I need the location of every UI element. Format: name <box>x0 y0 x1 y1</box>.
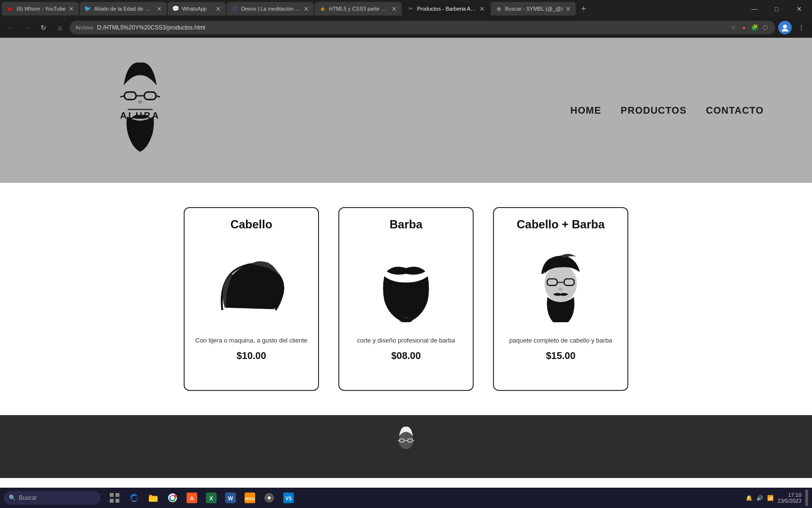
product-card-cabello: Cabello Con tijera o maquina, a gusto de… <box>184 207 319 391</box>
taskbar-show-desktop[interactable] <box>805 490 808 506</box>
profile-button[interactable] <box>778 21 792 34</box>
buscar-tab-close[interactable]: ✕ <box>566 5 571 13</box>
productos-tab-close[interactable]: ✕ <box>479 5 485 13</box>
tab-html5[interactable]: ◈ HTML5 y CSS3 parte 2: P... ✕ <box>315 2 402 15</box>
devox-tab-title: Devox | La meditacion es... <box>241 6 301 12</box>
whatsapp-tab-close[interactable]: ✕ <box>216 5 221 13</box>
chrome-icon[interactable] <box>164 490 181 506</box>
svg-rect-23 <box>110 493 114 497</box>
taskbar-right: 🔔 🔊 📶 17:10 23/5/2023 <box>746 490 808 506</box>
taskbar-time: 17:10 <box>778 492 801 498</box>
hair-beard-icon <box>522 245 599 322</box>
tab-whatsapp[interactable]: 💬 WhatsApp ✕ <box>168 2 226 15</box>
nav-home[interactable]: HOME <box>570 105 601 116</box>
reload-button[interactable]: ↻ <box>37 21 50 34</box>
bookmark-icon[interactable]: ☆ <box>729 23 738 32</box>
whatsapp-tab-title: WhatsApp <box>182 6 213 12</box>
nav-menu: HOME PRODUCTOS CONTACTO <box>570 105 764 116</box>
youtube-tab-close[interactable]: ✕ <box>69 5 74 13</box>
home-button[interactable]: ⌂ <box>53 21 67 34</box>
product-image-cabello <box>208 240 295 327</box>
buscar-favicon: ◉ <box>495 5 502 12</box>
alura-taskbar-icon[interactable]: A <box>184 490 200 506</box>
svg-point-12 <box>544 265 577 302</box>
site-footer <box>0 415 812 478</box>
hair-icon <box>213 245 290 322</box>
cast-icon[interactable]: ⬡ <box>761 23 769 32</box>
extensions-icon[interactable]: 🧩 <box>750 23 759 32</box>
product-image-both <box>517 240 604 327</box>
address-bar[interactable]: Archivo D:/HTML5%20Y%20CSS3/productos.ht… <box>70 21 775 34</box>
svg-text:HOU: HOU <box>245 496 255 501</box>
devox-tab-close[interactable]: ✕ <box>304 5 309 13</box>
window-controls: — □ ✕ <box>743 0 810 17</box>
new-tab-button[interactable]: + <box>577 2 590 15</box>
forward-button[interactable]: → <box>20 21 34 34</box>
products-section: Cabello Con tijera o maquina, a gusto de… <box>0 183 812 415</box>
taskbar-clock[interactable]: 17:10 23/5/2023 <box>778 492 801 504</box>
taskbar-icons: A X W HOU <box>106 490 297 506</box>
productos-favicon: ✂ <box>407 5 414 12</box>
twitter-tab-close[interactable]: ✕ <box>157 5 162 13</box>
tab-bar: ▶ (6) Whore - YouTube ✕ 🐦 Aliado de la E… <box>0 0 812 17</box>
tab-productos[interactable]: ✂ Productos - Barberia Alur... ✕ <box>403 2 490 15</box>
tab-buscar[interactable]: ◉ Buscar - SYMBL (@_@) ✕ <box>491 2 576 15</box>
product-title-barba: Barba <box>390 218 422 231</box>
houdini-icon[interactable]: HOU <box>242 490 258 506</box>
back-button[interactable]: ← <box>4 21 17 34</box>
product-price-both: $15.00 <box>546 350 575 361</box>
logo-svg: ALURA ESTO 2020 <box>97 52 184 168</box>
svg-rect-26 <box>116 499 119 503</box>
taskbar-date: 23/5/2023 <box>778 498 801 504</box>
svg-point-7 <box>138 100 143 104</box>
product-card-barba: Barba corte y diseño profesional de barb… <box>338 207 474 391</box>
browser-window: ▶ (6) Whore - YouTube ✕ 🐦 Aliado de la E… <box>0 0 812 38</box>
logo-area: ALURA ESTO 2020 <box>97 52 184 168</box>
tab-devox[interactable]: ⬡ Devox | La meditacion es... ✕ <box>227 2 314 15</box>
address-text: D:/HTML5%20Y%20CSS3/productos.html <box>97 24 725 31</box>
svg-text:A: A <box>190 495 194 501</box>
nav-productos[interactable]: PRODUCTOS <box>621 105 686 116</box>
html5-tab-title: HTML5 y CSS3 parte 2: P... <box>329 6 389 12</box>
svg-point-0 <box>783 25 787 29</box>
product-price-barba: $08.00 <box>391 350 420 361</box>
taskbar-search-label: Buscar <box>19 494 37 501</box>
tab-youtube[interactable]: ▶ (6) Whore - YouTube ✕ <box>2 2 79 15</box>
excel-icon[interactable]: X <box>203 490 219 506</box>
product-card-both: Cabello + Barba <box>493 207 628 391</box>
word-icon[interactable]: W <box>222 490 239 506</box>
svg-rect-24 <box>116 493 119 497</box>
windows-taskbar: 🔍 Buscar <box>0 488 812 508</box>
vscode-icon[interactable]: VS <box>280 490 297 506</box>
minimize-button[interactable]: — <box>743 0 766 17</box>
task-manager-icon[interactable] <box>106 490 123 506</box>
svg-point-39 <box>268 496 271 499</box>
product-title-both: Cabello + Barba <box>517 218 605 231</box>
product-image-barba <box>362 240 450 327</box>
beard-icon <box>367 245 445 322</box>
tab-twitter[interactable]: 🐦 Aliado de la Edad de Hier... ✕ <box>80 2 167 15</box>
edge-icon[interactable] <box>126 490 142 506</box>
menu-button[interactable]: ⋮ <box>795 21 808 34</box>
close-button[interactable]: ✕ <box>788 0 810 17</box>
nav-contacto[interactable]: CONTACTO <box>706 105 764 116</box>
address-prefix: Archivo <box>75 25 93 30</box>
website-content: ALURA ESTO 2020 HOME PRODUCTOS CONTACTO … <box>0 38 812 508</box>
browser-taskbar-icon[interactable] <box>261 490 277 506</box>
svg-text:W: W <box>228 495 233 501</box>
html5-tab-close[interactable]: ✕ <box>392 5 397 13</box>
taskbar-search[interactable]: 🔍 Buscar <box>4 491 101 505</box>
devox-favicon: ⬡ <box>232 5 238 12</box>
product-desc-barba: corte y diseño profesional de barba <box>357 336 455 345</box>
twitter-tab-title: Aliado de la Edad de Hier... <box>94 6 154 12</box>
taskbar-volume: 🔊 <box>756 495 763 501</box>
product-title-cabello: Cabello <box>231 218 273 231</box>
html5-favicon: ◈ <box>319 5 326 12</box>
svg-point-16 <box>559 288 563 291</box>
folder-icon[interactable] <box>145 490 161 506</box>
footer-logo <box>382 422 430 471</box>
svg-text:VS: VS <box>285 496 292 501</box>
extension-icon[interactable]: ● <box>740 23 748 32</box>
maximize-button[interactable]: □ <box>766 0 788 17</box>
site-header: ALURA ESTO 2020 HOME PRODUCTOS CONTACTO <box>0 38 812 183</box>
